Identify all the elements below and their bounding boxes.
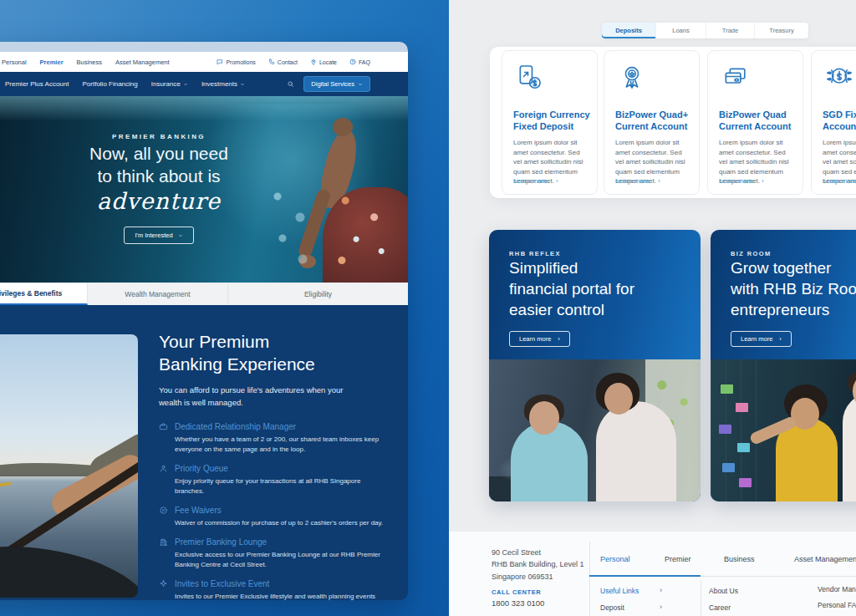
chevron-right-icon: ›: [779, 335, 782, 343]
footer-deposit-link[interactable]: Deposit: [600, 603, 624, 612]
hero-eyebrow: PREMIER BANKING: [50, 133, 268, 140]
tab-eligibility[interactable]: Eligibility: [228, 283, 408, 305]
nav-premier-plus-account[interactable]: Premier Plus Account: [5, 80, 69, 88]
promo-heading-line2: with RHB Biz Room: [731, 278, 856, 299]
hero-headline-line1: Now, all you need: [50, 142, 268, 165]
call-center-phone[interactable]: 1800 323 0100: [492, 598, 544, 608]
contact-link[interactable]: Contact: [268, 59, 298, 65]
card-foreign-currency-fixed-deposit[interactable]: Foreign Currency Fixed Deposit Lorem ips…: [502, 50, 598, 195]
im-interested-label: I'm Interested: [135, 232, 172, 239]
tab-wealth-management[interactable]: Wealth Management: [88, 283, 228, 305]
question-circle-icon: [349, 59, 356, 65]
chevron-down-icon: [358, 82, 363, 87]
chevron-right-icon[interactable]: ›: [660, 586, 662, 594]
tab-deposits[interactable]: Deposits: [602, 23, 655, 38]
section-tabs: Privileges & Benefits Wealth Management …: [0, 283, 408, 305]
subnav-actions: Digital Services: [287, 72, 370, 96]
nav-portfolio-financing[interactable]: Portfolio Financing: [82, 80, 137, 88]
address-line1: 90 Cecil Street: [492, 547, 584, 558]
hero-banner-underwater-photo: PREMIER BANKING Now, all you need to thi…: [0, 96, 408, 283]
briefcase-icon: [159, 422, 168, 431]
tab-treasury[interactable]: Treasury: [754, 23, 808, 38]
footer-nav-premier[interactable]: Premier: [665, 555, 691, 563]
benefit-description: Whether you have a team of 2 or 200, our…: [175, 435, 385, 455]
chevron-down-icon: [178, 233, 183, 238]
phone-icon: [268, 59, 275, 65]
nav-item-asset-management[interactable]: Asset Management: [115, 59, 170, 66]
benefit-title[interactable]: Premier Banking Lounge: [175, 537, 267, 547]
footer-useful-links[interactable]: Useful Links: [600, 587, 639, 595]
promo-eyebrow: BIZ ROOM: [731, 250, 856, 257]
call-center-label: CALL CENTER: [492, 588, 541, 596]
search-icon[interactable]: [287, 80, 294, 88]
learn-more-button[interactable]: Learn more›: [509, 331, 570, 347]
tab-trade[interactable]: Trade: [706, 23, 754, 38]
chevron-down-icon: [183, 82, 188, 87]
secondary-nav: Premier Plus Account Portfolio Financing…: [0, 72, 408, 96]
chevron-down-icon: [240, 82, 245, 87]
promo-heading-line3: easier control: [509, 299, 701, 320]
nav-item-business[interactable]: Business: [77, 59, 102, 66]
promotions-link[interactable]: Promotions: [217, 59, 255, 65]
card-bizpower-quad[interactable]: BizPower Quad Current Account Lorem ipsu…: [707, 50, 803, 195]
benefit-description: Exclusive access to our Premier Banking …: [175, 550, 385, 570]
browser-chrome-bar: [0, 42, 408, 52]
learn-more-link[interactable]: Learn more›: [513, 177, 558, 185]
benefit-premier-banking-lounge: Premier Banking Lounge Exclusive access …: [159, 537, 391, 570]
promo-eyebrow: RHB REFLEX: [509, 250, 701, 257]
nav-investments-dropdown[interactable]: Investments: [201, 80, 245, 88]
promotions-label: Promotions: [226, 59, 255, 65]
benefit-title[interactable]: Dedicated Relationship Manager: [175, 422, 296, 431]
im-interested-button[interactable]: I'm Interested: [124, 227, 193, 244]
footer-divider: [589, 542, 590, 616]
learn-more-link[interactable]: Learn more›: [823, 177, 856, 185]
design-showcase-canvas: Personal Premier Business Asset Manageme…: [0, 0, 856, 616]
learn-more-link[interactable]: Learn more›: [719, 177, 764, 185]
learn-more-link[interactable]: Learn more›: [615, 177, 660, 185]
learn-more-button[interactable]: Learn more›: [731, 331, 792, 347]
digital-services-button[interactable]: Digital Services: [303, 76, 370, 92]
faq-label: FAQ: [359, 59, 370, 65]
nav-item-premier[interactable]: Premier: [40, 59, 64, 66]
experience-heading-line1: Your Premium: [159, 330, 391, 353]
fee-waiver-icon: [159, 506, 168, 515]
card-title-line1: SGD Fixed Deposit: [823, 109, 856, 120]
site-footer: 90 Cecil Street RHB Bank Building, Level…: [449, 532, 856, 616]
hero-script-word: adventure: [50, 187, 268, 216]
address-line3: Singapore 069531: [492, 571, 584, 583]
chevron-right-icon: ›: [658, 177, 660, 185]
faq-link[interactable]: FAQ: [349, 59, 370, 65]
footer-about-us-link[interactable]: About Us: [709, 587, 738, 595]
promo-heading-line1: Grow together: [731, 257, 856, 278]
card-title-line1: BizPower Quad+: [615, 109, 688, 120]
footer-nav-personal[interactable]: Personal: [600, 555, 630, 563]
footer-divider: [701, 576, 856, 577]
chevron-right-icon[interactable]: ›: [660, 603, 662, 611]
footer-nav-business[interactable]: Business: [724, 555, 755, 563]
footer-nav-asset-management[interactable]: Asset Management: [794, 555, 856, 563]
benefit-description: Waiver of commission for purchase of up …: [175, 518, 385, 528]
footer-address: 90 Cecil Street RHB Bank Building, Level…: [492, 547, 584, 583]
lounge-building-icon: [159, 537, 168, 547]
product-cards-panel: Foreign Currency Fixed Deposit Lorem ips…: [490, 47, 856, 198]
nav-item-personal[interactable]: Personal: [2, 59, 27, 66]
address-line2: RHB Bank Building, Level 1: [492, 558, 584, 570]
benefit-title[interactable]: Priority Queue: [175, 464, 228, 473]
benefit-title[interactable]: Fee Waivers: [175, 506, 222, 515]
tab-loans[interactable]: Loans: [655, 23, 706, 38]
award-badge-icon: [615, 62, 649, 95]
benefit-title[interactable]: Invites to Exclusive Event: [175, 579, 269, 588]
footer-vendor-management-link[interactable]: Vendor Management: [818, 585, 856, 593]
card-bizpower-quad-plus[interactable]: BizPower Quad+ Current Account Lorem ips…: [604, 50, 700, 195]
card-title-line2: Account: [823, 120, 856, 132]
benefit-invites-exclusive-event: Invites to Exclusive Event Invites to ou…: [159, 579, 391, 600]
tab-privileges-benefits[interactable]: Privileges & Benefits: [0, 283, 88, 305]
locate-link[interactable]: Locate: [310, 59, 337, 65]
hero-headline-line2: to think about is: [50, 165, 268, 187]
nav-insurance-dropdown[interactable]: Insurance: [151, 80, 188, 88]
experience-copy: Your Premium Banking Experience You can …: [159, 330, 391, 600]
footer-career-link[interactable]: Career: [709, 603, 731, 612]
primary-nav: Personal Premier Business Asset Manageme…: [0, 52, 408, 72]
footer-personal-faqs-link[interactable]: Personal FAQs: [818, 601, 856, 609]
card-sgd-fixed-deposit[interactable]: SGD Fixed Deposit Account Lorem ipsum do…: [811, 50, 856, 195]
